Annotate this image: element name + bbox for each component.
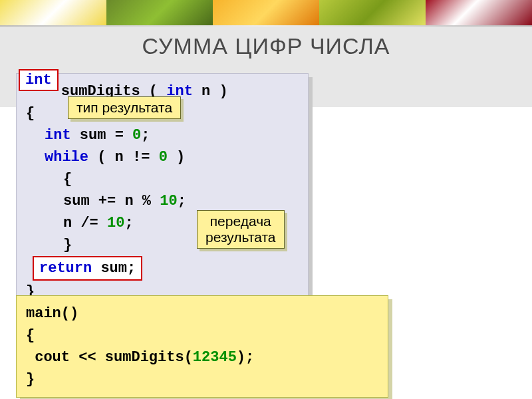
code-line-return: return sum;	[26, 256, 299, 281]
banner-segment-sun	[213, 0, 319, 25]
code-line: int sum = 0;	[26, 124, 299, 146]
code-line: main()	[26, 303, 378, 325]
label-result-type: тип результата	[68, 96, 181, 119]
code-line: {	[26, 325, 378, 346]
label-result-return: передача результата	[197, 210, 285, 249]
code-line: while ( n != 0 )	[26, 146, 299, 168]
code-line: {	[26, 168, 299, 190]
code-line: }	[26, 368, 378, 390]
page-title: СУММА ЦИФР ЧИСЛА	[0, 33, 532, 59]
banner-segment-summer	[106, 0, 213, 25]
int-callout-box: int	[19, 69, 59, 91]
code-line: cout << sumDigits(12345);	[26, 346, 378, 368]
code-line: sum += n % 10;	[26, 190, 299, 212]
code-block-main: main() { cout << sumDigits(12345); }	[16, 295, 388, 398]
return-highlight-box: return sum;	[33, 256, 142, 281]
seasons-banner	[0, 0, 532, 25]
label-return-line1: передача	[210, 213, 271, 229]
label-return-line2: результата	[205, 229, 276, 245]
banner-segment-winter	[426, 0, 532, 25]
banner-segment-spring	[0, 0, 106, 25]
banner-segment-autumn	[319, 0, 426, 25]
